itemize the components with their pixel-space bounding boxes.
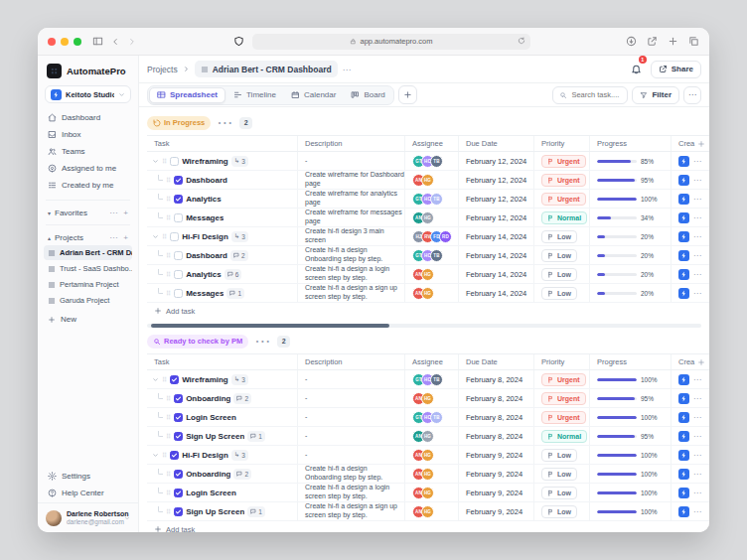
task-name[interactable]: Login Screen — [186, 489, 236, 497]
avatar-stack[interactable]: ANHG — [412, 468, 434, 481]
favorites-more-icon[interactable]: ⋯ — [109, 209, 118, 217]
task-name[interactable]: Dashboard — [186, 176, 227, 185]
priority-badge[interactable]: Low — [541, 230, 577, 243]
notifications-button[interactable]: 1 — [631, 61, 642, 78]
task-checkbox[interactable] — [174, 489, 183, 497]
sidebar-section-favorites[interactable]: ▾ Favorites ⋯+ — [38, 206, 138, 219]
browser-share-icon[interactable] — [647, 36, 658, 47]
avatar-stack[interactable]: ANHG — [412, 287, 434, 300]
sidebar-section-projects[interactable]: ▴ Projects ⋯+ — [38, 230, 138, 244]
avatar-stack[interactable]: ANHG — [412, 211, 434, 224]
favorites-add-icon[interactable]: + — [123, 209, 128, 217]
search-input[interactable] — [571, 90, 621, 99]
task-checkbox[interactable] — [174, 413, 183, 422]
priority-badge[interactable]: Low — [541, 268, 577, 281]
priority-badge[interactable]: Urgent — [541, 155, 586, 168]
task-name[interactable]: Wireframing — [182, 157, 228, 166]
sidebar-item-teams[interactable]: Teams — [38, 144, 138, 159]
priority-badge[interactable]: Low — [541, 449, 577, 462]
drag-handle-icon[interactable]: ⠿ — [166, 252, 171, 259]
drag-handle-icon[interactable]: ⠿ — [166, 508, 171, 515]
drag-handle-icon[interactable]: ⠿ — [166, 271, 171, 278]
sidebar-project-item[interactable]: Trust - SaaS Dashbo... — [44, 261, 132, 276]
drag-handle-icon[interactable]: ⠿ — [166, 490, 171, 496]
scrollbar-thumb[interactable] — [151, 324, 389, 328]
projects-more-icon[interactable]: ⋯ — [109, 233, 118, 242]
task-checkbox[interactable] — [170, 375, 179, 384]
task-name[interactable]: Messages — [186, 289, 224, 298]
task-checkbox[interactable] — [174, 394, 183, 403]
maximize-window-button[interactable] — [74, 38, 81, 46]
add-column-icon[interactable] — [697, 358, 705, 366]
drag-handle-icon[interactable]: ⠿ — [162, 158, 167, 165]
tab-spreadsheet[interactable]: Spreadsheet — [149, 87, 225, 103]
task-checkbox[interactable] — [170, 232, 179, 241]
avatar-stack[interactable]: GTHCTB — [412, 249, 443, 262]
task-name[interactable]: Onboarding — [186, 394, 230, 403]
avatar-stack[interactable]: ANHG — [412, 430, 434, 443]
new-project-button[interactable]: New — [38, 312, 138, 327]
subtask-count-badge[interactable]: ↳3 — [231, 374, 248, 385]
avatar-stack[interactable]: GTHCTB — [412, 155, 443, 168]
task-name[interactable]: Hi-Fi Design — [182, 232, 228, 241]
task-name[interactable]: Messages — [186, 213, 224, 222]
row-menu-icon[interactable]: ⋯ — [693, 213, 702, 222]
sidebar-item-inbox[interactable]: Inbox — [38, 127, 138, 142]
task-checkbox[interactable] — [170, 451, 179, 460]
avatar-stack[interactable]: ANHG — [412, 268, 434, 281]
horizontal-scrollbar[interactable] — [147, 324, 701, 328]
user-profile[interactable]: Darlene Robertson darlene@gmail.com — [38, 502, 138, 532]
task-name[interactable]: Dashboard — [186, 251, 227, 260]
subtask-count-badge[interactable]: ↳3 — [231, 231, 248, 242]
add-view-button[interactable] — [398, 85, 417, 104]
comment-count-badge[interactable]: 2 — [230, 250, 248, 261]
task-name[interactable]: Hi-Fi Design — [182, 451, 228, 460]
sidebar-item-help-center[interactable]: Help Center — [38, 486, 138, 500]
priority-badge[interactable]: Low — [541, 468, 577, 481]
task-name[interactable]: Wireframing — [182, 375, 228, 384]
priority-badge[interactable]: Low — [541, 505, 577, 518]
task-name[interactable]: Sign Up Screen — [186, 507, 244, 516]
avatar-stack[interactable]: GTHCTB — [412, 411, 443, 424]
expand-chevron-icon[interactable] — [152, 452, 159, 459]
row-menu-icon[interactable]: ⋯ — [693, 232, 702, 241]
breadcrumb-current[interactable]: Adrian Bert - CRM Dashboard — [195, 61, 338, 77]
task-name[interactable]: Analytics — [186, 270, 222, 279]
back-icon[interactable] — [110, 37, 120, 47]
row-menu-icon[interactable]: ⋯ — [693, 195, 702, 204]
task-checkbox[interactable] — [174, 176, 183, 185]
task-checkbox[interactable] — [170, 157, 179, 166]
row-menu-icon[interactable]: ⋯ — [693, 489, 702, 497]
drag-handle-icon[interactable]: ⠿ — [166, 196, 171, 203]
drag-handle-icon[interactable]: ⠿ — [166, 290, 171, 297]
row-menu-icon[interactable]: ⋯ — [693, 270, 702, 279]
priority-badge[interactable]: Urgent — [541, 373, 586, 386]
avatar-stack[interactable]: ANHG — [412, 392, 434, 405]
row-menu-icon[interactable]: ⋯ — [693, 470, 702, 479]
priority-badge[interactable]: Urgent — [541, 193, 586, 206]
task-checkbox[interactable] — [174, 195, 183, 204]
task-name[interactable]: Login Screen — [186, 413, 236, 422]
row-menu-icon[interactable]: ⋯ — [693, 394, 702, 403]
row-menu-icon[interactable]: ⋯ — [693, 176, 702, 185]
priority-badge[interactable]: Urgent — [541, 411, 586, 424]
downloads-icon[interactable] — [626, 36, 637, 47]
priority-badge[interactable]: Low — [541, 249, 577, 262]
close-window-button[interactable] — [48, 38, 56, 46]
expand-chevron-icon[interactable] — [152, 376, 159, 383]
task-checkbox[interactable] — [174, 507, 183, 516]
address-bar[interactable]: app.automatepro.com — [252, 34, 530, 50]
comment-count-badge[interactable]: 2 — [233, 393, 251, 404]
row-menu-icon[interactable]: ⋯ — [693, 413, 702, 422]
row-menu-icon[interactable]: ⋯ — [693, 289, 702, 298]
forward-icon[interactable] — [127, 37, 137, 47]
task-checkbox[interactable] — [174, 432, 183, 441]
priority-badge[interactable]: Normal — [541, 211, 587, 224]
row-menu-icon[interactable]: ⋯ — [693, 251, 702, 260]
drag-handle-icon[interactable]: ⠿ — [162, 452, 167, 459]
workspace-switcher[interactable]: Keitoto Studio — [45, 85, 131, 103]
comment-count-badge[interactable]: 6 — [224, 269, 242, 280]
task-name[interactable]: Sign Up Screen — [186, 432, 244, 441]
task-checkbox[interactable] — [174, 213, 183, 222]
sidebar-item-created-by-me[interactable]: Created by me — [38, 178, 138, 193]
